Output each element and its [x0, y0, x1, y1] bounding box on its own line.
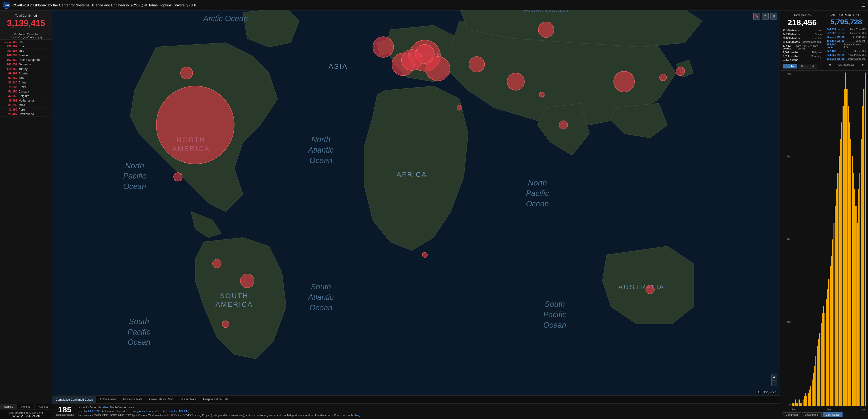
country-list-item[interactable]: 160,059Germany: [0, 62, 52, 67]
country-list-item[interactable]: 1,013,168US: [0, 40, 52, 44]
chart-tab-daily-cases[interactable]: Daily Cases: [823, 412, 843, 417]
bubble-southkorea[interactable]: [660, 74, 666, 81]
bookmark-button[interactable]: 🔖: [753, 13, 760, 20]
bubble-chile[interactable]: [222, 321, 229, 328]
country-list-item[interactable]: 31,332India: [0, 103, 52, 107]
north-pacific-ocean-label: NorthPacificOcean: [123, 161, 146, 191]
bubble-canada[interactable]: [181, 67, 193, 79]
country-list-item[interactable]: 93,657Iran: [0, 76, 52, 80]
map-tab-0[interactable]: Cumulative Confirmed Cases: [52, 396, 96, 403]
bubble-turkey[interactable]: [469, 57, 485, 72]
sidebar-tab-admin1[interactable]: Admin1: [18, 404, 35, 409]
grid-view-button[interactable]: ⊞: [771, 13, 777, 20]
chart-bar: [860, 173, 860, 406]
country-list-item[interactable]: 162,350United Kingdom: [0, 58, 52, 62]
south-pacific2-ocean-label: SouthPacificOcean: [543, 300, 566, 329]
bubble-brazil[interactable]: [240, 274, 254, 288]
test-state: New York US: [850, 28, 866, 31]
bubble-mexico[interactable]: [174, 173, 182, 181]
contact-link[interactable]: Contact US: [169, 410, 183, 413]
bubble-australia[interactable]: [646, 285, 654, 294]
country-list-item[interactable]: 73,235Brazil: [0, 85, 52, 89]
country-count: 73,235: [2, 85, 18, 89]
australia-label: AUSTRALIA: [618, 283, 664, 291]
test-count: 209,088 tested: [827, 57, 844, 60]
death-count: 21,678 deaths: [783, 40, 800, 43]
north-pacific-ocean2-label: NorthPacificOcean: [526, 179, 549, 208]
map-bottom-bar: 185 countries/regions Lancet Inf Dis Art…: [52, 403, 780, 419]
bubble-pakistan[interactable]: [539, 92, 545, 97]
country-name: Spain: [19, 45, 26, 48]
jhu-apl-link[interactable]: JHU APL: [157, 410, 168, 413]
map-area[interactable]: Arctic Ocean NorthPacificOcean NorthPaci…: [52, 10, 780, 395]
jhu-csse-link[interactable]: JHU CSSE: [88, 410, 100, 413]
top-panels: Total Deaths 218,456 27,359 deathsItaly2…: [780, 10, 868, 71]
country-list-item[interactable]: 99,399Russia: [0, 71, 52, 76]
chart-tab-confirmed[interactable]: Confirmed: [783, 412, 801, 417]
bubble-russia[interactable]: [538, 22, 554, 38]
zoom-out-button[interactable]: −: [771, 380, 777, 386]
esri-link[interactable]: Esri Living Atlas team: [127, 410, 152, 413]
arctic-ocean-label: Arctic Ocean: [203, 14, 248, 23]
map-tab-3[interactable]: Case-Fatality Ratio: [146, 396, 177, 403]
chart-x-label: Feb: [792, 408, 796, 411]
chart-y-label: 20k: [783, 238, 791, 240]
bubble-india[interactable]: [559, 121, 567, 129]
blog-link[interactable]: blog: [355, 414, 361, 417]
zoom-in-button[interactable]: +: [771, 375, 777, 380]
country-name: Italy: [19, 49, 24, 53]
chart-bar: [826, 299, 827, 406]
country-list-item[interactable]: 38,998Netherlands: [0, 98, 52, 103]
country-list-item[interactable]: 114,653Turkey: [0, 67, 52, 71]
menu-icon[interactable]: ☰: [861, 3, 865, 8]
lancet-here-link[interactable]: Here: [103, 406, 109, 409]
country-list[interactable]: 1,013,168US236,899Spain201,505Italy169,0…: [0, 40, 52, 404]
map-tab-2[interactable]: Incidence Rate: [120, 396, 146, 403]
country-list-item[interactable]: 236,899Spain: [0, 44, 52, 49]
tests-prev-button[interactable]: ◄: [827, 63, 832, 67]
death-tab-recovered[interactable]: Recovered: [798, 64, 817, 68]
map-tab-1[interactable]: Active Cases: [96, 396, 120, 403]
right-panels: Total Deaths 218,456 27,359 deathsItaly2…: [780, 10, 868, 419]
country-list-item[interactable]: 29,407Switzerland: [0, 112, 52, 117]
map-tab-4[interactable]: Testing Rate: [177, 396, 200, 403]
sidebar-tab-admin0[interactable]: Admin0: [0, 404, 18, 409]
bubble-iran[interactable]: [507, 73, 525, 90]
bubble-france[interactable]: [402, 50, 422, 70]
country-list-item[interactable]: 169,053France: [0, 53, 52, 58]
faq-link[interactable]: FAQ: [184, 410, 189, 413]
chart-bar: [834, 223, 834, 406]
bubble-china[interactable]: [614, 71, 634, 92]
total-confirmed-label: Total Confirmed: [2, 14, 50, 18]
bubble-uk[interactable]: [373, 37, 394, 57]
bubble-southafrica[interactable]: [422, 252, 428, 258]
bubble-peru[interactable]: [213, 259, 221, 268]
death-tab-deaths[interactable]: Deaths: [783, 64, 797, 68]
chart-bar: [813, 373, 814, 406]
country-list-item[interactable]: 31,190Peru: [0, 107, 52, 112]
country-list-item[interactable]: 47,859Belgium: [0, 94, 52, 98]
death-count: 17,682 deaths: [783, 44, 796, 50]
bubble-egypt[interactable]: [457, 105, 462, 110]
deaths-value: 218,456: [783, 18, 822, 27]
country-name: India: [19, 103, 25, 107]
tests-next-button[interactable]: ►: [860, 63, 866, 67]
chart-tab-logarithmic[interactable]: Logarithmic: [802, 412, 822, 417]
country-name: Canada: [19, 90, 29, 93]
chart-y-label: 10k: [783, 321, 791, 323]
country-list-item[interactable]: 201,505Italy: [0, 49, 52, 53]
country-list-header: Confirmed Cases byCountry/Region/Soverei…: [0, 31, 52, 40]
list-view-button[interactable]: ≡: [762, 13, 769, 20]
country-list-item[interactable]: 83,940China: [0, 80, 52, 85]
mobile-here-link[interactable]: Here: [129, 406, 134, 409]
death-list-item: 27,359 deathsItaly: [783, 29, 822, 32]
chart-bar: [809, 389, 810, 406]
map-tab-5[interactable]: Hospitalization Rate: [200, 396, 232, 403]
bubble-us[interactable]: [156, 86, 234, 164]
bubble-japan[interactable]: [676, 67, 685, 76]
country-list-item[interactable]: 51,150Canada: [0, 89, 52, 94]
chart-x-label: Apr: [862, 408, 866, 411]
chart-bar: [814, 366, 815, 406]
sidebar-tabs: Admin0Admin1Admin2: [0, 404, 52, 410]
sidebar-tab-admin2[interactable]: Admin2: [35, 404, 52, 409]
